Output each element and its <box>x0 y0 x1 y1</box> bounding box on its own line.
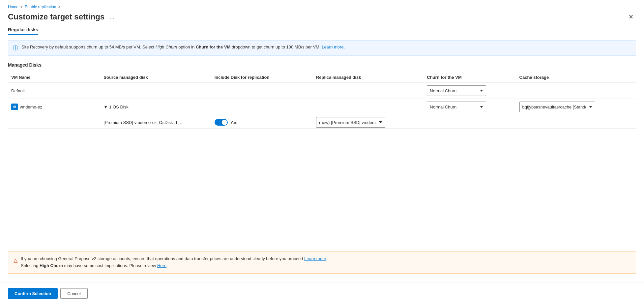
table-row: 🛠 vmdemo-ez ▼ 1 OS Disk N <box>8 99 636 115</box>
info-learn-more-link[interactable]: Learn more. <box>322 45 345 49</box>
warning-icon: △ <box>14 256 17 265</box>
warning-area: △ If you are choosing General Purpose v2… <box>0 247 644 278</box>
panel-content: Regular disks ⓘ Site Recovery by default… <box>0 27 644 188</box>
churn-select-default[interactable]: Normal Churn High Churn <box>427 85 486 96</box>
managed-disks-table: VM Name Source managed disk Include Disk… <box>8 72 636 129</box>
warning-here-link[interactable]: Here <box>157 263 166 268</box>
warning-line1: If you are choosing General Purpose v2 s… <box>21 256 327 261</box>
replica-select-cell[interactable]: (new) [Premium SSD] vmdemo-ez_... <box>313 115 424 129</box>
replica-empty <box>313 99 424 115</box>
bottom-actions: Confirm Selection Cancel <box>8 288 636 299</box>
churn-dropdown-vm[interactable]: Normal Churn High Churn <box>424 99 516 115</box>
churn-sub-empty <box>424 115 516 129</box>
breadcrumb: Home > Enable replication > <box>0 0 644 11</box>
warning-text: If you are choosing General Purpose v2 s… <box>21 256 327 269</box>
include-disk-default <box>211 83 313 99</box>
os-disk-label: ▼ 1 OS Disk <box>100 99 211 115</box>
replica-disk-default <box>313 83 424 99</box>
warning-banner: △ If you are choosing General Purpose v2… <box>8 251 636 274</box>
disk-sub-vm-name <box>8 115 100 129</box>
cache-sub-empty <box>516 115 636 129</box>
info-banner: ⓘ Site Recovery by default supports chur… <box>8 40 636 56</box>
churn-dropdown-default[interactable]: Normal Churn High Churn <box>424 83 516 99</box>
regular-disks-section: Regular disks <box>8 27 636 40</box>
page-header: Customize target settings ... ✕ <box>0 11 644 27</box>
col-header-replica-disk: Replica managed disk <box>313 72 424 83</box>
source-disk-default <box>100 83 211 99</box>
vm-name-label: vmdemo-ez <box>20 105 42 109</box>
col-header-source-disk: Source managed disk <box>100 72 211 83</box>
info-icon: ⓘ <box>13 44 18 52</box>
include-disk-toggle[interactable] <box>215 119 228 126</box>
breadcrumb-enable-replication[interactable]: Enable replication <box>25 5 56 9</box>
cache-vm[interactable]: bqfjybsasnevaultasrcache [Standar... <box>516 99 636 115</box>
col-header-include-disk: Include Disk for replication <box>211 72 313 83</box>
os-disk-text: 1 OS Disk <box>109 105 129 109</box>
toggle-label: Yes <box>230 120 237 125</box>
vm-icon: 🛠 <box>11 104 18 110</box>
cache-select-vm[interactable]: bqfjybsasnevaultasrcache [Standar... <box>519 102 595 112</box>
toggle-cell[interactable]: Yes <box>211 115 313 129</box>
table-row: [Premium SSD] vmdemo-ez_OsDisk_1_... Yes… <box>8 115 636 129</box>
cancel-button[interactable]: Cancel <box>60 288 87 299</box>
triangle-icon: ▼ <box>103 105 108 109</box>
col-header-vm-name: VM Name <box>8 72 100 83</box>
page-title: Customize target settings <box>8 12 104 21</box>
warning-learn-more-link[interactable]: Learn more <box>304 256 326 261</box>
col-header-cache: Cache storage <box>516 72 636 83</box>
cache-default <box>516 83 636 99</box>
bottom-bar: Confirm Selection Cancel <box>0 283 644 304</box>
info-text: Site Recovery by default supports churn … <box>21 44 345 50</box>
include-empty <box>211 99 313 115</box>
managed-disks-title: Managed Disks <box>8 62 636 68</box>
breadcrumb-sep1: > <box>20 5 23 9</box>
ellipsis-button[interactable]: ... <box>108 13 116 20</box>
breadcrumb-home[interactable]: Home <box>8 5 18 9</box>
warning-line2: Selecting High Churn may have some cost … <box>21 263 168 268</box>
section-title-regular-disks: Regular disks <box>8 27 38 35</box>
confirm-selection-button[interactable]: Confirm Selection <box>8 288 58 299</box>
close-button[interactable]: ✕ <box>626 12 636 22</box>
table-row: Default Normal Churn High Churn <box>8 83 636 99</box>
col-header-churn: Churn for the VM <box>424 72 516 83</box>
vm-name-cell: 🛠 vmdemo-ez <box>8 99 100 115</box>
vm-name-default: Default <box>8 83 100 99</box>
disk-name-cell: [Premium SSD] vmdemo-ez_OsDisk_1_... <box>100 115 211 129</box>
churn-select-vm[interactable]: Normal Churn High Churn <box>427 102 486 112</box>
replica-select[interactable]: (new) [Premium SSD] vmdemo-ez_... <box>316 117 385 128</box>
breadcrumb-sep2: > <box>58 5 60 9</box>
